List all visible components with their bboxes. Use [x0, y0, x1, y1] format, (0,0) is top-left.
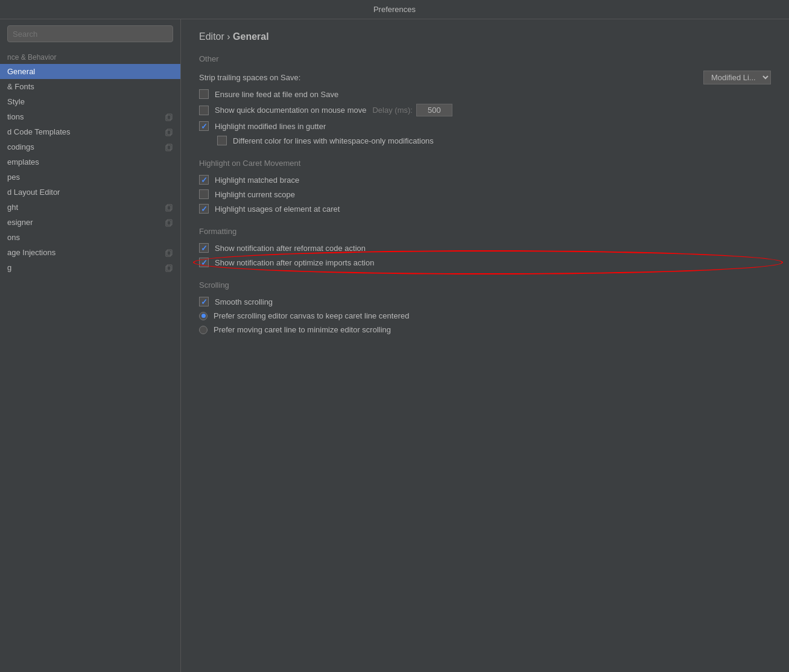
checkbox-highlight-modified[interactable]: [199, 121, 209, 131]
svg-rect-0: [166, 115, 171, 121]
label-diff-color: Different color for lines with whitespac…: [233, 136, 434, 145]
label-prefer-minimize: Prefer moving caret line to minimize edi…: [214, 325, 391, 334]
setting-diff-color: Different color for lines with whitespac…: [199, 133, 771, 148]
sidebar-item-g[interactable]: g: [0, 260, 180, 275]
svg-rect-6: [166, 206, 171, 211]
svg-rect-11: [167, 250, 172, 255]
svg-rect-3: [167, 129, 172, 135]
sidebar-item-ght[interactable]: ght: [0, 200, 180, 215]
sidebar-item-ons[interactable]: ons: [0, 230, 180, 245]
sidebar-item-pes-label: pes: [7, 173, 20, 182]
sidebar-item-ons-label: ons: [7, 233, 20, 242]
setting-matched-brace: Highlight matched brace: [199, 173, 771, 187]
sidebar-item-designer-label: esigner: [7, 218, 33, 227]
sidebar-item-ght-label: ght: [7, 203, 18, 212]
setting-line-feed: Ensure line feed at file end on Save: [199, 87, 771, 101]
section-formatting-title: Formatting: [199, 227, 771, 236]
checkbox-smooth-scrolling[interactable]: [199, 297, 209, 306]
sidebar-item-fonts[interactable]: & Fonts: [0, 79, 180, 94]
strip-trailing-label: Strip trailing spaces on Save:: [199, 73, 300, 82]
sidebar-item-g-label: g: [7, 263, 11, 272]
delay-input[interactable]: [416, 104, 452, 116]
delay-label: Delay (ms):: [372, 106, 412, 115]
breadcrumb-prefix: Editor: [199, 31, 224, 42]
sidebar-item-tions-label: tions: [7, 112, 24, 121]
label-highlight-modified: Highlight modified lines in gutter: [215, 122, 326, 131]
sidebar-item-code-templates-label: d Code Templates: [7, 127, 71, 136]
sidebar-item-tions[interactable]: tions: [0, 109, 180, 124]
title-text: Preferences: [373, 5, 416, 14]
setting-usages: Highlight usages of element at caret: [199, 201, 771, 216]
sidebar-item-templates[interactable]: emplates: [0, 154, 180, 170]
sidebar-item-general-label: General: [7, 67, 35, 76]
copy-icon-5: [165, 218, 173, 227]
label-prefer-centered: Prefer scrolling editor canvas to keep c…: [214, 311, 409, 320]
copy-icon: [165, 113, 173, 121]
svg-rect-2: [166, 130, 171, 136]
main-layout: nce & Behavior General & Fonts Style tio…: [0, 19, 789, 672]
checkbox-usages[interactable]: [199, 204, 209, 214]
setting-optimize-imports: Show notification after optimize imports…: [199, 255, 771, 270]
svg-rect-7: [167, 204, 172, 210]
copy-icon-2: [165, 128, 173, 136]
label-matched-brace: Highlight matched brace: [215, 176, 299, 185]
copy-icon-4: [165, 203, 173, 212]
setting-quick-doc: Show quick documentation on mouse move D…: [199, 101, 771, 119]
svg-rect-4: [166, 145, 171, 151]
label-line-feed: Ensure line feed at file end on Save: [215, 90, 338, 99]
radio-prefer-minimize[interactable]: [199, 326, 208, 334]
sidebar: nce & Behavior General & Fonts Style tio…: [0, 19, 181, 672]
checkbox-reformat[interactable]: [199, 243, 209, 253]
checkbox-matched-brace[interactable]: [199, 175, 209, 185]
label-optimize-imports: Show notification after optimize imports…: [215, 258, 374, 267]
strip-trailing-row: Strip trailing spaces on Save: Modified …: [199, 68, 771, 87]
section-scrolling-title: Scrolling: [199, 281, 771, 290]
title-bar: Preferences: [0, 0, 789, 19]
label-current-scope: Highlight current scope: [215, 190, 295, 199]
radio-prefer-centered[interactable]: [199, 312, 208, 320]
sidebar-item-style[interactable]: Style: [0, 94, 180, 109]
section-other-title: Other: [199, 54, 771, 63]
label-reformat: Show notification after reformat code ac…: [215, 244, 366, 253]
section-caret-title: Highlight on Caret Movement: [199, 159, 771, 168]
sidebar-item-layout-editor[interactable]: d Layout Editor: [0, 185, 180, 200]
search-input[interactable]: [7, 25, 173, 42]
sidebar-item-fonts-label: & Fonts: [7, 82, 34, 91]
sidebar-item-layout-editor-label: d Layout Editor: [7, 188, 60, 197]
checkbox-optimize-imports[interactable]: [199, 258, 209, 267]
sidebar-item-codings-label: codings: [7, 142, 34, 151]
copy-icon-6: [165, 249, 173, 257]
sidebar-item-pes[interactable]: pes: [0, 170, 180, 185]
sidebar-item-code-templates[interactable]: d Code Templates: [0, 124, 180, 139]
sidebar-item-codings[interactable]: codings: [0, 139, 180, 154]
svg-rect-5: [167, 144, 172, 150]
breadcrumb-separator: ›: [227, 31, 233, 42]
sidebar-item-templates-label: emplates: [7, 157, 39, 166]
svg-rect-1: [167, 114, 172, 119]
breadcrumb: Editor › General: [199, 31, 771, 42]
checkbox-quick-doc[interactable]: [199, 106, 209, 115]
svg-rect-13: [167, 265, 172, 270]
strip-trailing-select[interactable]: Modified Li...: [703, 71, 771, 84]
sidebar-section-label: nce & Behavior: [0, 48, 180, 64]
sidebar-item-page-injections-label: age Injections: [7, 248, 55, 257]
label-usages: Highlight usages of element at caret: [215, 204, 340, 214]
label-quick-doc: Show quick documentation on mouse move: [215, 106, 366, 115]
content-area: Editor › General Other Strip trailing sp…: [181, 19, 789, 672]
copy-icon-3: [165, 143, 173, 151]
setting-current-scope: Highlight current scope: [199, 187, 771, 201]
setting-highlight-modified: Highlight modified lines in gutter: [199, 119, 771, 133]
checkbox-line-feed[interactable]: [199, 89, 209, 99]
checkbox-diff-color[interactable]: [217, 136, 227, 145]
copy-icon-7: [165, 264, 173, 272]
checkbox-current-scope[interactable]: [199, 189, 209, 199]
setting-prefer-centered: Prefer scrolling editor canvas to keep c…: [199, 309, 771, 323]
breadcrumb-current: General: [233, 31, 269, 42]
svg-rect-12: [166, 266, 171, 271]
sidebar-item-designer[interactable]: esigner: [0, 215, 180, 230]
sidebar-item-general[interactable]: General: [0, 64, 180, 79]
sidebar-item-style-label: Style: [7, 97, 25, 106]
svg-rect-10: [166, 251, 171, 256]
label-smooth-scrolling: Smooth scrolling: [215, 297, 273, 306]
sidebar-item-page-injections[interactable]: age Injections: [0, 245, 180, 260]
